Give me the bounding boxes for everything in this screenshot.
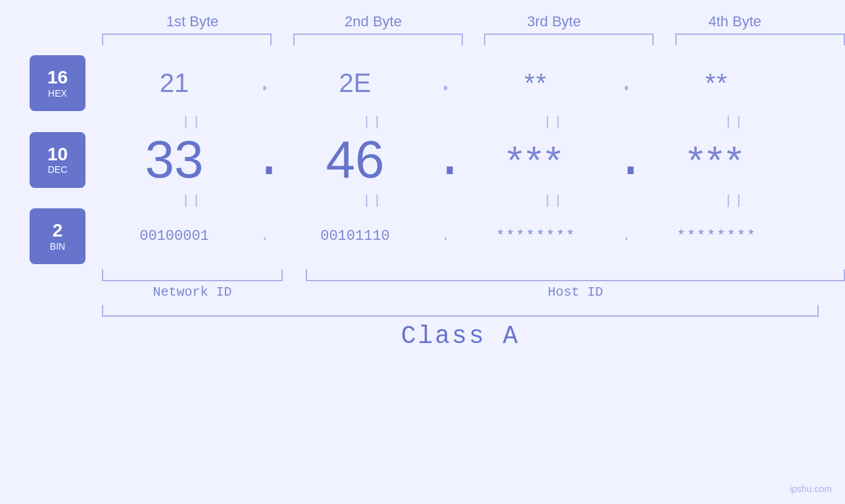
network-id-label: Network ID — [102, 285, 283, 300]
top-bracket-4 — [675, 34, 845, 45]
class-bracket-row — [0, 305, 819, 317]
class-label-row: Class A — [0, 322, 845, 350]
eq-8: || — [644, 193, 825, 208]
top-bracket-3 — [484, 34, 654, 45]
hex-dot-1: . — [253, 68, 276, 98]
top-bracket-row — [0, 34, 845, 45]
hex-section: 16 HEX 21 . 2E . ** . ** — [0, 55, 845, 111]
eq-6: || — [283, 193, 464, 208]
eq-row-1: || || || || — [0, 114, 825, 129]
host-id-label: Host ID — [306, 285, 845, 300]
dec-badge-label: DEC — [48, 164, 68, 175]
class-bracket — [102, 305, 819, 317]
dec-badge-num: 10 — [47, 145, 68, 165]
net-bracket — [102, 269, 283, 281]
host-bracket — [306, 269, 845, 281]
bin-section: 2 BIN 00100001 . 00101110 . ******** . *… — [0, 208, 845, 264]
dec-dot-1: . — [253, 130, 276, 190]
bin-val-2: 00101110 — [276, 228, 434, 244]
hex-dot-3: . — [615, 68, 638, 98]
bin-badge-num: 2 — [53, 221, 63, 241]
dec-dot-2: . — [434, 130, 457, 190]
hex-val-2: 2E — [276, 68, 434, 98]
dec-cells: 33 . 46 . *** . *** — [85, 129, 845, 190]
byte-label-3: 3rd Byte — [464, 13, 644, 30]
top-bracket-2 — [293, 34, 463, 45]
bin-dot-3: . — [615, 228, 638, 244]
dec-badge: 10 DEC — [30, 132, 85, 188]
eq-7: || — [464, 193, 644, 208]
byte-label-4: 4th Byte — [644, 13, 825, 30]
hex-badge-num: 16 — [47, 68, 68, 88]
hex-dot-2: . — [434, 68, 457, 98]
hex-val-3: ** — [457, 68, 615, 98]
eq-3: || — [464, 114, 644, 129]
dec-section: 10 DEC 33 . 46 . *** . *** — [0, 129, 845, 190]
dec-dot-3: . — [615, 130, 638, 190]
eq-5: || — [102, 193, 283, 208]
hex-cells: 21 . 2E . ** . ** — [85, 68, 845, 98]
top-bracket-1 — [102, 34, 272, 45]
hex-badge-label: HEX — [48, 88, 67, 99]
bin-val-3: ******** — [457, 228, 615, 244]
bottom-bracket-row — [0, 269, 845, 281]
bin-badge-label: BIN — [50, 241, 65, 252]
bin-val-4: ******** — [638, 228, 796, 244]
bin-badge: 2 BIN — [30, 208, 85, 264]
eq-4: || — [644, 114, 825, 129]
header-row: 1st Byte 2nd Byte 3rd Byte 4th Byte — [0, 13, 845, 30]
hex-val-1: 21 — [95, 68, 253, 98]
eq-row-2: || || || || — [0, 193, 825, 208]
bin-val-1: 00100001 — [95, 228, 253, 244]
id-label-row: Network ID Host ID — [0, 285, 845, 300]
dec-val-1: 33 — [95, 129, 253, 190]
main-container: 1st Byte 2nd Byte 3rd Byte 4th Byte 16 H… — [0, 0, 845, 504]
hex-val-4: ** — [638, 68, 796, 98]
hex-badge: 16 HEX — [30, 55, 85, 111]
dec-val-3: *** — [457, 137, 615, 183]
dec-val-2: 46 — [276, 129, 434, 190]
bin-dot-2: . — [434, 228, 457, 244]
bin-row: 2 BIN 00100001 . 00101110 . ******** . *… — [30, 208, 845, 264]
dec-val-4: *** — [638, 137, 796, 183]
hex-row: 16 HEX 21 . 2E . ** . ** — [30, 55, 845, 111]
bin-cells: 00100001 . 00101110 . ******** . *******… — [85, 228, 845, 244]
byte-label-2: 2nd Byte — [283, 13, 464, 30]
eq-1: || — [102, 114, 283, 129]
eq-2: || — [283, 114, 464, 129]
bin-dot-1: . — [253, 228, 276, 244]
watermark: ipshu.com — [790, 484, 832, 494]
class-label: Class A — [102, 322, 819, 350]
dec-row: 10 DEC 33 . 46 . *** . *** — [30, 129, 845, 190]
byte-label-1: 1st Byte — [102, 13, 283, 30]
